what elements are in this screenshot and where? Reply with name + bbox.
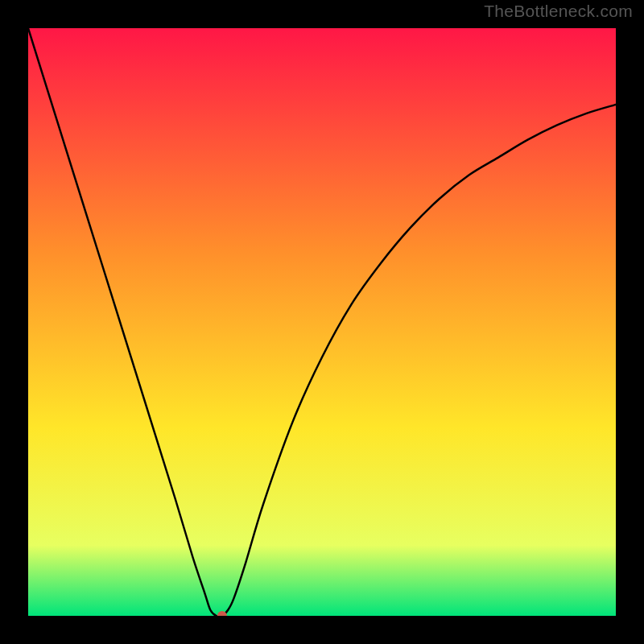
watermark-text: TheBottleneck.com: [484, 2, 633, 21]
gradient-background: [28, 28, 616, 616]
bottleneck-chart: [28, 28, 616, 616]
plot-area: [28, 28, 616, 616]
chart-frame: TheBottleneck.com: [0, 0, 644, 644]
